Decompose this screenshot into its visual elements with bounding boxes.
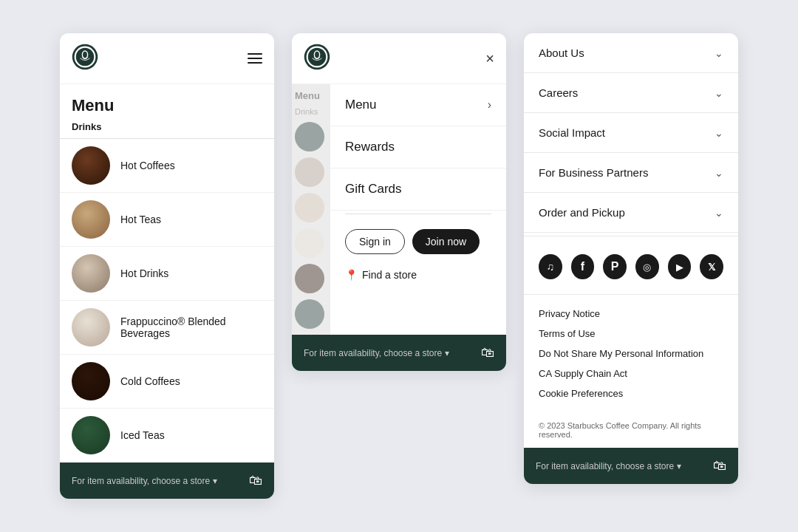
screen2-header: × bbox=[292, 33, 506, 84]
cart-icon-3[interactable]: 🛍 bbox=[713, 458, 726, 474]
cart-icon-2[interactable]: 🛍 bbox=[481, 345, 494, 361]
pinterest-icon[interactable]: P bbox=[603, 254, 627, 279]
order-pickup-label: Order and Pickup bbox=[539, 206, 625, 219]
careers-item[interactable]: Careers ⌄ bbox=[524, 73, 738, 113]
social-impact-label: Social Impact bbox=[539, 126, 605, 139]
starbucks-logo-2 bbox=[304, 44, 330, 73]
find-store[interactable]: 📍 Find a store bbox=[330, 266, 506, 293]
list-item-cold-coffees[interactable]: Cold Coffees bbox=[60, 355, 274, 409]
iced-teas-label: Iced Teas bbox=[120, 429, 165, 441]
bottom-bar-left-3: For item availability, choose a store ▾ bbox=[536, 461, 681, 471]
chevron-down-icon-1: ⌄ bbox=[715, 87, 723, 99]
menu-list: Hot Coffees Hot Teas Hot Drinks Frappucc… bbox=[60, 139, 274, 463]
dim-item-3 bbox=[295, 193, 324, 222]
svg-point-9 bbox=[315, 52, 319, 58]
hot-drinks-img bbox=[72, 254, 110, 293]
instagram-icon[interactable]: ◎ bbox=[635, 254, 659, 279]
about-us-item[interactable]: About Us ⌄ bbox=[524, 33, 738, 73]
store-availability-text: For item availability, choose a store bbox=[72, 476, 210, 486]
copyright-text: © 2023 Starbucks Coffee Company. All rig… bbox=[524, 412, 738, 448]
social-impact-item[interactable]: Social Impact ⌄ bbox=[524, 113, 738, 153]
youtube-icon[interactable]: ▶ bbox=[668, 254, 692, 279]
chevron-down-icon-3: ⌄ bbox=[715, 167, 723, 179]
screen1-header bbox=[60, 33, 274, 84]
careers-label: Careers bbox=[539, 86, 578, 99]
hot-teas-label: Hot Teas bbox=[120, 214, 161, 225]
nav-rewards[interactable]: Rewards bbox=[330, 126, 506, 168]
social-icons: ♫ f P ◎ ▶ 𝕏 bbox=[524, 239, 738, 295]
dim-item-5 bbox=[295, 264, 324, 293]
cold-coffees-label: Cold Coffees bbox=[120, 375, 180, 387]
hot-coffees-label: Hot Coffees bbox=[120, 160, 175, 171]
screen-nav-overlay: × Menu Drinks Menu › Rewards bbox=[292, 33, 506, 371]
chevron-down-icon-0: ⌄ bbox=[715, 47, 723, 59]
hamburger-icon[interactable] bbox=[248, 53, 262, 64]
nav-menu-label: Menu bbox=[345, 98, 377, 112]
menu-title: Menu bbox=[60, 84, 274, 118]
pin-icon: 📍 bbox=[345, 269, 358, 281]
about-list: About Us ⌄ Careers ⌄ Social Impact ⌄ For… bbox=[524, 33, 738, 233]
screen3-body: About Us ⌄ Careers ⌄ Social Impact ⌄ For… bbox=[524, 33, 738, 448]
bottom-bar-left-2: For item availability, choose a store ▾ bbox=[304, 348, 449, 358]
drinks-label: Drinks bbox=[60, 118, 274, 139]
screen2-bottom-bar[interactable]: For item availability, choose a store ▾ … bbox=[292, 335, 506, 371]
starbucks-logo bbox=[72, 44, 98, 73]
screen1-body: Menu Drinks Hot Coffees Hot Teas Hot Dri… bbox=[60, 84, 274, 463]
dim-item-1 bbox=[295, 122, 324, 151]
screen1-bottom-bar[interactable]: For item availability, choose a store ▾ … bbox=[60, 463, 274, 499]
nav-gift-cards-label: Gift Cards bbox=[345, 182, 402, 197]
hot-drinks-label: Hot Drinks bbox=[120, 267, 168, 279]
screen3-bottom-bar[interactable]: For item availability, choose a store ▾ … bbox=[524, 448, 738, 484]
nav-gift-cards[interactable]: Gift Cards bbox=[330, 168, 506, 211]
about-divider bbox=[524, 236, 738, 236]
bottom-bar-chevron-3: ▾ bbox=[677, 461, 681, 471]
frappuccino-img bbox=[72, 308, 110, 347]
terms-link[interactable]: Terms of Use bbox=[539, 324, 723, 344]
spotify-icon[interactable]: ♫ bbox=[539, 254, 562, 279]
screen-menu: Menu Drinks Hot Coffees Hot Teas Hot Dri… bbox=[60, 33, 274, 499]
about-us-label: About Us bbox=[539, 47, 584, 59]
cold-coffees-img bbox=[72, 362, 110, 400]
join-now-button[interactable]: Join now bbox=[412, 229, 480, 254]
iced-teas-img bbox=[72, 416, 110, 454]
chevron-right-icon: › bbox=[488, 98, 491, 112]
screens-container: Menu Drinks Hot Coffees Hot Teas Hot Dri… bbox=[36, 10, 762, 522]
cookie-link[interactable]: Cookie Preferences bbox=[539, 383, 723, 403]
find-store-label: Find a store bbox=[362, 269, 417, 281]
business-partners-item[interactable]: For Business Partners ⌄ bbox=[524, 153, 738, 193]
privacy-link[interactable]: Privacy Notice bbox=[539, 304, 723, 324]
bottom-bar-chevron-2: ▾ bbox=[445, 348, 449, 358]
store-availability-text-2: For item availability, choose a store bbox=[304, 348, 442, 358]
chevron-down-icon-4: ⌄ bbox=[715, 207, 723, 219]
footer-links: Privacy Notice Terms of Use Do Not Share… bbox=[524, 295, 738, 412]
dim-panel: Menu Drinks bbox=[292, 84, 330, 335]
twitter-icon[interactable]: 𝕏 bbox=[700, 254, 723, 279]
dim-item-2 bbox=[295, 157, 324, 187]
list-item-hot-teas[interactable]: Hot Teas bbox=[60, 193, 274, 247]
list-item-iced-teas[interactable]: Iced Teas bbox=[60, 409, 274, 463]
cart-icon[interactable]: 🛍 bbox=[249, 473, 262, 488]
list-item-frappuccino[interactable]: Frappuccino® Blended Beverages bbox=[60, 301, 274, 355]
do-not-share-link[interactable]: Do Not Share My Personal Information bbox=[539, 344, 723, 364]
hot-teas-img bbox=[72, 200, 110, 239]
ca-supply-link[interactable]: CA Supply Chain Act bbox=[539, 364, 723, 383]
screen2-body: Menu Drinks Menu › Rewards Gift bbox=[292, 84, 506, 335]
sign-in-button[interactable]: Sign in bbox=[345, 229, 405, 254]
order-pickup-item[interactable]: Order and Pickup ⌄ bbox=[524, 193, 738, 233]
list-item-hot-drinks[interactable]: Hot Drinks bbox=[60, 247, 274, 301]
frappuccino-label: Frappuccino® Blended Beverages bbox=[120, 316, 262, 339]
dim-title: Menu bbox=[295, 90, 327, 101]
facebook-icon[interactable]: f bbox=[571, 254, 595, 279]
nav-divider bbox=[345, 214, 491, 214]
chevron-down-icon-2: ⌄ bbox=[715, 127, 723, 139]
nav-menu[interactable]: Menu › bbox=[330, 84, 506, 126]
business-partners-label: For Business Partners bbox=[539, 166, 648, 179]
dim-item-4 bbox=[295, 228, 324, 258]
list-item-hot-coffees[interactable]: Hot Coffees bbox=[60, 139, 274, 193]
bottom-bar-left: For item availability, choose a store ▾ bbox=[72, 476, 217, 486]
dim-drinks: Drinks bbox=[295, 107, 327, 116]
close-button[interactable]: × bbox=[485, 51, 494, 66]
nav-rewards-label: Rewards bbox=[345, 140, 395, 154]
bottom-bar-chevron: ▾ bbox=[213, 476, 217, 486]
screen-about: About Us ⌄ Careers ⌄ Social Impact ⌄ For… bbox=[524, 33, 738, 484]
